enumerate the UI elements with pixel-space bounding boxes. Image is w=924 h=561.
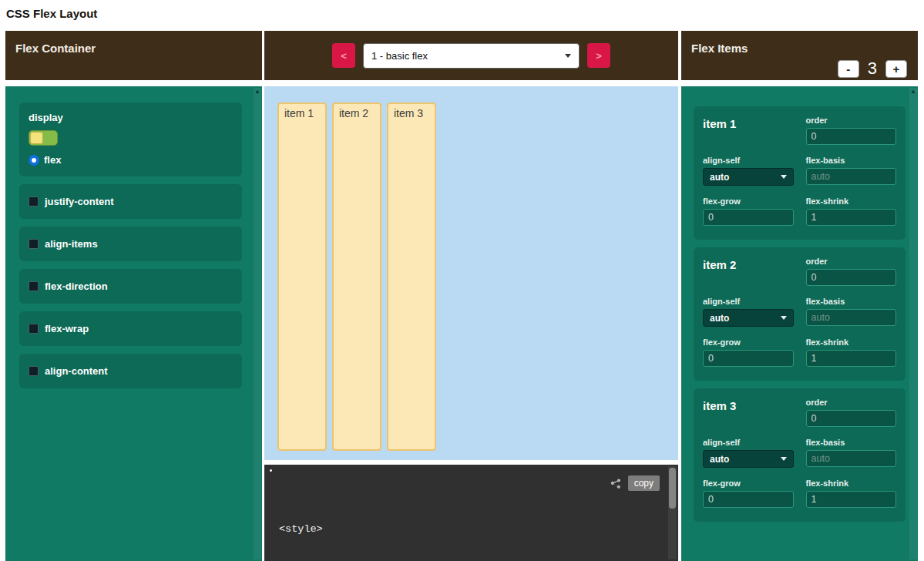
- align-self-value: auto: [710, 454, 729, 465]
- preview-column: < 1 - basic flex > item 1 item 2 item 3 …: [264, 31, 678, 561]
- flex-wrap-label: flex-wrap: [45, 323, 89, 334]
- flex-demo-item-2: item 2: [332, 102, 381, 451]
- left-panel-scrollbar[interactable]: ▲: [254, 88, 261, 559]
- example-nav-header: < 1 - basic flex >: [264, 31, 678, 80]
- order-label: order: [806, 116, 897, 125]
- order-input[interactable]: [806, 410, 897, 427]
- toggle-knob-icon: [30, 132, 43, 144]
- next-example-button[interactable]: >: [587, 43, 610, 68]
- flex-radio[interactable]: [29, 155, 39, 166]
- flex-basis-label: flex-basis: [806, 156, 897, 165]
- flex-items-body: item 1 order align-self auto flex-basis: [681, 86, 918, 561]
- scroll-up-arrow-icon[interactable]: ▲: [254, 88, 261, 96]
- order-input[interactable]: [806, 269, 897, 286]
- align-self-label: align-self: [703, 156, 794, 165]
- item-card-1: item 1 order align-self auto flex-basis: [694, 106, 906, 240]
- prev-example-button[interactable]: <: [332, 43, 355, 68]
- flex-container-title: Flex Container: [15, 42, 96, 55]
- example-select-value: 1 - basic flex: [371, 50, 428, 62]
- item-card-3: item 3 order align-self auto flex-basis: [694, 388, 906, 522]
- code-toolbar: copy: [610, 475, 660, 491]
- right-panel-scrollbar[interactable]: ▲: [909, 88, 917, 559]
- flex-shrink-input[interactable]: [806, 209, 897, 226]
- flex-container-body: display flex justify-content align-items…: [5, 86, 262, 561]
- chevron-down-icon: [781, 457, 787, 461]
- remove-item-button[interactable]: -: [838, 60, 859, 78]
- flex-shrink-label: flex-shrink: [806, 479, 897, 488]
- flex-basis-label: flex-basis: [806, 438, 897, 447]
- justify-content-checkbox[interactable]: [29, 197, 39, 207]
- item-count-controls: - 3 +: [838, 59, 907, 79]
- flex-direction-checkbox[interactable]: [29, 281, 39, 291]
- flex-grow-input[interactable]: [703, 491, 794, 508]
- flex-wrap-checkbox[interactable]: [29, 324, 39, 334]
- align-self-select[interactable]: auto: [703, 168, 794, 186]
- flex-shrink-label: flex-shrink: [806, 338, 897, 347]
- option-card-justify-content: justify-content: [19, 184, 242, 219]
- display-card: display flex: [19, 102, 242, 176]
- option-card-align-content: align-content: [19, 354, 242, 388]
- share-icon[interactable]: [610, 477, 622, 489]
- justify-content-label: justify-content: [45, 196, 114, 207]
- flex-shrink-label: flex-shrink: [806, 197, 897, 206]
- flex-grow-label: flex-grow: [703, 197, 794, 206]
- flex-shrink-input[interactable]: [806, 350, 897, 367]
- display-flex-radio-row: flex: [29, 154, 233, 166]
- flex-basis-input[interactable]: [806, 450, 897, 467]
- add-item-button[interactable]: +: [885, 60, 907, 78]
- flex-grow-input[interactable]: [703, 350, 794, 367]
- scroll-up-arrow-icon[interactable]: ▲: [909, 88, 917, 96]
- item-count: 3: [868, 59, 877, 79]
- item-card-title: item 3: [703, 399, 794, 412]
- flex-demo-container: item 1 item 2 item 3: [264, 86, 678, 460]
- flex-items-title: Flex Items: [691, 42, 748, 55]
- align-self-value: auto: [710, 172, 729, 183]
- chevron-down-icon: [781, 175, 787, 179]
- align-self-select[interactable]: auto: [703, 450, 794, 468]
- flex-direction-label: flex-direction: [45, 280, 108, 292]
- code-line: <style>: [279, 522, 398, 536]
- flex-container-panel: Flex Container display flex justify-cont…: [5, 31, 262, 561]
- flex-grow-label: flex-grow: [703, 479, 794, 488]
- order-label: order: [806, 257, 897, 266]
- example-nav-bar: < 1 - basic flex >: [264, 31, 678, 80]
- flex-demo-item-1: item 1: [277, 102, 327, 451]
- align-self-label: align-self: [703, 297, 794, 306]
- display-toggle[interactable]: [29, 130, 58, 146]
- align-items-checkbox[interactable]: [29, 239, 39, 249]
- option-card-flex-wrap: flex-wrap: [19, 311, 242, 346]
- code-scrollbar[interactable]: [668, 466, 677, 559]
- flex-basis-label: flex-basis: [806, 297, 897, 306]
- flex-container-header: Flex Container: [5, 31, 262, 80]
- code-scrollbar-thumb[interactable]: [669, 468, 676, 509]
- align-items-label: align-items: [45, 238, 98, 250]
- code-panel: copy <style> .flex-container { display: …: [264, 465, 678, 561]
- order-label: order: [806, 398, 897, 407]
- flex-basis-input[interactable]: [806, 168, 897, 185]
- flex-grow-label: flex-grow: [703, 338, 794, 347]
- align-content-checkbox[interactable]: [29, 366, 39, 376]
- flex-shrink-input[interactable]: [806, 491, 897, 508]
- flex-demo-item-3: item 3: [387, 102, 436, 451]
- align-self-label: align-self: [703, 438, 794, 447]
- align-self-select[interactable]: auto: [703, 309, 794, 327]
- display-label: display: [29, 112, 233, 123]
- page-title: CSS Flex Layout: [6, 7, 97, 20]
- flex-items-panel: Flex Items - 3 + item 1 order align-self…: [681, 31, 918, 561]
- align-self-value: auto: [710, 313, 729, 324]
- option-card-align-items: align-items: [19, 227, 242, 261]
- flex-basis-input[interactable]: [806, 309, 897, 326]
- flex-grow-input[interactable]: [703, 209, 794, 226]
- copy-button[interactable]: copy: [628, 475, 660, 491]
- item-card-title: item 1: [703, 117, 794, 130]
- option-card-flex-direction: flex-direction: [19, 269, 242, 304]
- item-card-2: item 2 order align-self auto flex-basis: [694, 247, 906, 381]
- chevron-down-icon: [781, 316, 787, 320]
- flex-items-header: Flex Items - 3 +: [681, 31, 918, 80]
- example-select[interactable]: 1 - basic flex: [363, 43, 580, 69]
- code-block: <style> .flex-container { display: flex;: [279, 492, 398, 561]
- flex-radio-label: flex: [44, 154, 61, 166]
- order-input[interactable]: [806, 128, 897, 145]
- align-content-label: align-content: [45, 365, 108, 377]
- item-card-title: item 2: [703, 258, 794, 271]
